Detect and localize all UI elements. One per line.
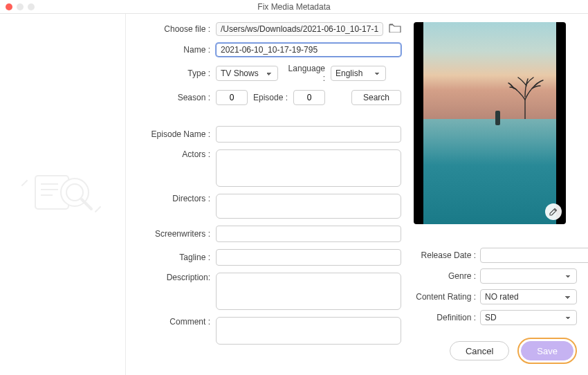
save-focus-ring: Save [517,338,577,364]
definition-select[interactable]: SD [480,310,577,325]
main-pane: Choose file : Name : Type : TV Shows Lan… [126,14,588,375]
season-field[interactable] [216,90,248,105]
episode-name-field[interactable] [216,126,401,143]
metadata-form: Choose file : Name : Type : TV Shows Lan… [137,22,401,364]
screenwriters-field[interactable] [216,226,401,242]
release-date-label: Release Date : [414,250,476,260]
search-document-illustration-icon [18,162,108,227]
definition-label: Definition : [414,313,476,322]
tagline-label: Tagline : [137,253,210,262]
tagline-field[interactable] [216,249,401,266]
actors-label: Actors : [137,149,210,159]
cancel-button[interactable]: Cancel [450,341,509,360]
save-button[interactable]: Save [521,341,573,360]
language-label: Language : [284,64,325,83]
genre-label: Genre : [414,271,476,281]
poster-image [414,22,566,224]
description-label: Description: [137,273,210,282]
right-column: Release Date : Genre : Content Rating : … [414,22,577,364]
season-label: Season : [137,93,210,102]
right-fields: Release Date : Genre : Content Rating : … [414,248,577,325]
episode-name-label: Episode Name : [137,129,210,139]
window-title: Fix Media Metadata [0,2,588,12]
poster-artwork [423,22,556,224]
left-sidebar [0,14,126,375]
episode-label: Episode : [253,93,288,102]
type-select[interactable]: TV Shows [216,66,278,81]
language-select[interactable]: English [331,66,386,81]
search-button[interactable]: Search [351,90,401,105]
edit-poster-button[interactable] [545,203,562,220]
content: Choose file : Name : Type : TV Shows Lan… [0,14,588,375]
actors-field[interactable] [216,149,401,187]
directors-field[interactable] [216,194,401,219]
description-field[interactable] [216,273,401,310]
release-date-field[interactable] [480,248,588,263]
content-rating-select[interactable]: NO rated [480,289,577,304]
type-label: Type : [137,68,210,78]
content-rating-label: Content Rating : [414,292,476,302]
titlebar: Fix Media Metadata [0,0,588,14]
browse-folder-icon[interactable] [389,23,401,35]
name-label: Name : [137,45,210,55]
directors-label: Directors : [137,194,210,203]
comment-field[interactable] [216,317,401,345]
episode-field[interactable] [293,90,325,105]
file-path-field[interactable] [216,22,383,36]
comment-label: Comment : [137,317,210,327]
screenwriters-label: Screenwriters : [137,229,210,239]
choose-file-label: Choose file : [137,24,210,34]
genre-select[interactable] [480,268,577,284]
dialog-buttons: Cancel Save [414,325,577,364]
name-field[interactable] [216,43,401,57]
